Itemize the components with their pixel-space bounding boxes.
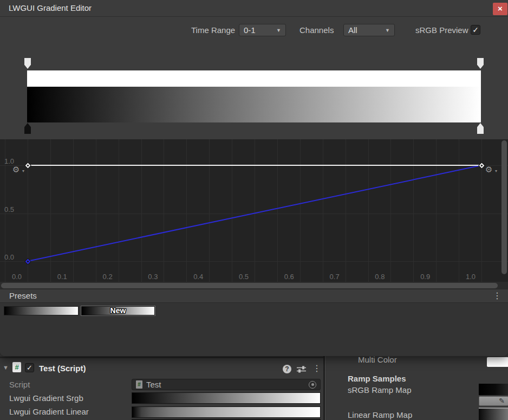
- srgb-preview-label: sRGB Preview: [415, 25, 468, 35]
- vertical-scrollbar-thumb[interactable]: [502, 140, 507, 274]
- srgb-ramp-thumbnail[interactable]: [479, 384, 508, 395]
- multi-color-label: Multi Color: [358, 355, 397, 364]
- curve-key-alpha[interactable]: [479, 163, 484, 168]
- x-axis-tick-label: 0.8: [370, 273, 389, 281]
- presets-icon[interactable]: [297, 366, 306, 373]
- x-axis-tick-label: 0.3: [144, 273, 162, 281]
- y-axis-tick-label: 0.0: [4, 253, 19, 261]
- gradient-srgb-label: Lwgui Gradient Srgb: [9, 393, 83, 403]
- linear-ramp-map-label: Linear Ramp Map: [348, 410, 412, 419]
- title-bar[interactable]: LWGUI Gradient Editor ×: [0, 0, 508, 17]
- x-axis-tick-label: 0.1: [53, 273, 71, 281]
- script-row-label: Script: [9, 380, 30, 389]
- curve-line-alpha[interactable]: [28, 165, 481, 166]
- close-button[interactable]: ×: [493, 3, 507, 15]
- csharp-script-icon: #: [12, 362, 21, 372]
- gradient-linear-label: Lwgui Gradient Linear: [9, 407, 89, 416]
- x-axis-tick-label: 0.4: [189, 273, 207, 281]
- curve-options-gear-right[interactable]: ⚙▾: [485, 165, 496, 175]
- curve-editor-canvas[interactable]: 1.00.50.00.00.10.20.30.40.50.60.70.80.91…: [0, 139, 508, 289]
- y-axis-tick-label: 0.5: [4, 205, 19, 214]
- channels-value: All: [348, 25, 357, 35]
- script-object-field[interactable]: # Test: [132, 379, 321, 390]
- gradient-editor-window: LWGUI Gradient Editor × Time Range 0-1 ▼…: [0, 0, 508, 356]
- ramp-samples-header: Ramp Samples: [348, 374, 406, 383]
- horizontal-scrollbar-thumb[interactable]: [1, 283, 498, 288]
- component-menu-kebab-icon[interactable]: ⋮: [312, 364, 321, 373]
- presets-title: Presets: [9, 291, 37, 300]
- gradient-linear-swatch[interactable]: [132, 406, 321, 418]
- srgb-ramp-map-label: sRGB Ramp Map: [348, 385, 412, 395]
- x-axis-tick-label: 0.6: [280, 273, 298, 281]
- curve-options-gear-left[interactable]: ⚙▾: [12, 165, 23, 175]
- presets-header-bar: Presets ⋮: [0, 289, 508, 303]
- preset-swatch-gradient: New: [82, 307, 154, 315]
- pencil-icon: ✎: [499, 397, 505, 405]
- y-axis-tick-label: 1.0: [4, 157, 19, 165]
- object-picker-icon[interactable]: [309, 381, 316, 389]
- edit-ramp-button[interactable]: ✎: [479, 396, 508, 406]
- multi-color-swatch[interactable]: [487, 357, 508, 367]
- help-icon[interactable]: ?: [283, 365, 291, 373]
- gear-caret-icon: ▾: [495, 166, 497, 176]
- linear-ramp-thumbnail[interactable]: [479, 408, 508, 420]
- presets-body: New: [0, 303, 508, 356]
- foldout-arrow-icon[interactable]: ▼: [3, 364, 9, 371]
- chevron-down-icon: ▼: [385, 28, 390, 33]
- script-field-value: Test: [146, 380, 161, 389]
- x-axis-tick-label: 0.0: [8, 273, 26, 281]
- x-axis-tick-label: 0.5: [235, 273, 253, 281]
- preset-swatch[interactable]: [4, 306, 79, 315]
- channels-dropdown[interactable]: All ▼: [343, 24, 395, 36]
- alpha-key-marker-right[interactable]: [477, 58, 484, 69]
- time-range-value: 0-1: [244, 25, 256, 35]
- gear-caret-icon: ▾: [22, 166, 24, 176]
- color-key-marker-right[interactable]: [477, 123, 484, 134]
- curve-key-rgb[interactable]: [25, 259, 30, 264]
- curve-key-alpha[interactable]: [25, 163, 30, 168]
- channels-label: Channels: [299, 25, 334, 35]
- gradient-preview-ramp[interactable]: [27, 87, 481, 122]
- x-axis-tick-label: 1.0: [461, 273, 480, 281]
- script-field-icon: #: [136, 380, 142, 389]
- component-title: Test (Script): [39, 364, 86, 373]
- chevron-down-icon: ▼: [276, 28, 281, 33]
- alpha-key-marker-left[interactable]: [24, 58, 31, 69]
- time-range-label: Time Range: [191, 25, 235, 35]
- gradient-srgb-swatch[interactable]: [132, 392, 321, 404]
- color-key-marker-left[interactable]: [24, 123, 31, 134]
- preset-swatch-new[interactable]: New: [81, 306, 155, 316]
- x-axis-tick-label: 0.7: [325, 273, 344, 281]
- time-range-dropdown[interactable]: 0-1 ▼: [239, 24, 286, 36]
- horizontal-scrollbar-track[interactable]: [0, 282, 508, 289]
- grid-hline: [0, 261, 508, 262]
- app-root: ▼ # ✓ Test (Script) ? ⋮ Script # Test Lw…: [0, 0, 508, 420]
- x-axis-tick-label: 0.9: [416, 273, 434, 281]
- alpha-preview-band[interactable]: [27, 70, 481, 87]
- component-enabled-checkbox[interactable]: ✓: [25, 363, 34, 372]
- preset-name-label: New: [82, 307, 154, 315]
- pane-top-divider: [0, 357, 323, 358]
- x-axis-tick-label: 0.2: [99, 273, 117, 281]
- srgb-preview-checkbox[interactable]: ✓: [471, 25, 480, 35]
- window-title: LWGUI Gradient Editor: [9, 3, 92, 12]
- presets-menu-kebab-icon[interactable]: ⋮: [493, 292, 502, 300]
